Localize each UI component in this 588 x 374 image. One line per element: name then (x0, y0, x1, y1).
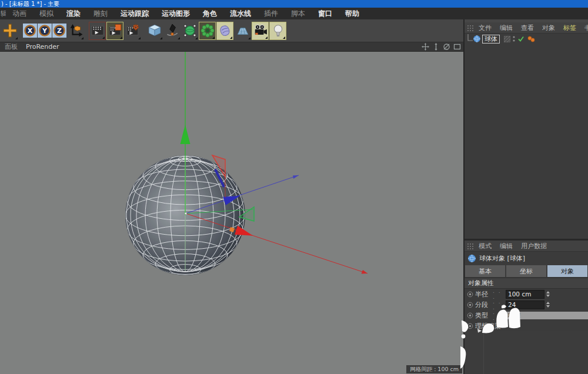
tab-object[interactable]: 对象 (547, 265, 587, 277)
title-bar: ) - [未标题 1 *] - 主要 (0, 0, 588, 8)
add-cube-button[interactable] (146, 22, 163, 40)
subdivision-surface-button[interactable] (181, 22, 198, 40)
tab-coord[interactable]: 坐标 (506, 265, 546, 277)
scene-canvas (0, 52, 463, 374)
render-view-icon (91, 24, 104, 37)
menu-render[interactable]: 渲染 (60, 9, 87, 19)
toolbar-separator (19, 22, 23, 40)
menu-window[interactable]: 窗口 (312, 9, 339, 19)
flyout-corner (81, 37, 83, 39)
zoom-icon[interactable] (432, 43, 440, 51)
render-perfect-row: 理想渲染 (465, 320, 588, 331)
radius-spinner[interactable] (545, 290, 551, 299)
type-dropdown[interactable]: 标准 (506, 312, 588, 319)
am-menu-edit[interactable]: 编辑 (496, 242, 517, 251)
om-menu-edit[interactable]: 编辑 (496, 24, 517, 32)
menu-help[interactable]: 帮助 (339, 9, 366, 19)
om-menu-objects[interactable]: 对象 (538, 24, 559, 32)
menu-animate[interactable]: 动画 (6, 9, 33, 19)
floor-environment-button[interactable] (234, 22, 251, 40)
render-view-button[interactable] (89, 22, 106, 40)
object-manager-body[interactable] (465, 44, 588, 239)
panel-drag-handle-icon[interactable] (467, 243, 473, 249)
render-picture-viewer-button[interactable] (106, 22, 123, 40)
menu-character[interactable]: 角色 (196, 9, 223, 19)
attribute-title: 球体对象 [球体] (479, 254, 525, 263)
object-name-label[interactable]: 球体 (482, 35, 500, 44)
toolbar-separator (142, 22, 146, 40)
flyout-corner (178, 37, 180, 39)
render-picture-viewer-icon (109, 24, 122, 37)
svg-text:X: X (28, 27, 33, 35)
radius-label: 半径 (475, 290, 493, 299)
flyout-corner (160, 37, 162, 39)
edit-render-settings-button[interactable] (124, 22, 141, 40)
pen-spline-button[interactable] (163, 22, 181, 40)
lock-x-axis-button[interactable]: X (23, 24, 37, 38)
lock-z-icon: Z (53, 24, 66, 37)
menu-motion-track[interactable]: 运动跟踪 (114, 9, 155, 19)
flyout-corner (102, 36, 105, 39)
deformer-button[interactable] (216, 22, 233, 40)
om-menu-file[interactable]: 文件 (475, 24, 496, 32)
viewport-nav-icons (422, 43, 461, 51)
attribute-tabs: 基本 坐标 对象 (465, 265, 588, 278)
keyframe-dot-icon[interactable] (467, 291, 473, 298)
flyout-corner (230, 36, 232, 39)
viewport-menu-panel[interactable]: 面板 (5, 42, 18, 51)
rotate-icon[interactable] (443, 43, 450, 51)
om-menu-view[interactable]: 查看 (517, 24, 538, 32)
lock-z-axis-button[interactable]: Z (52, 24, 66, 38)
am-menu-userdata[interactable]: 用户数据 (517, 242, 551, 251)
keyframe-dot-icon[interactable] (467, 323, 473, 329)
mograph-cloner-button[interactable] (199, 22, 216, 40)
light-button[interactable] (269, 22, 286, 40)
light-bulb-icon (271, 24, 285, 38)
menu-sculpt[interactable]: 雕刻 (87, 9, 114, 19)
floor-grid-icon (236, 24, 250, 38)
edit-render-settings-icon (126, 24, 139, 37)
camera-button[interactable] (252, 22, 269, 40)
am-menu-mode[interactable]: 模式 (475, 242, 496, 251)
keyframe-dot-icon[interactable] (467, 312, 473, 319)
subdivision-surface-icon (183, 24, 197, 38)
y-axis-arrow (181, 125, 191, 144)
flyout-corner (248, 37, 250, 39)
tab-basic[interactable]: 基本 (465, 265, 505, 277)
phong-tag-icon[interactable] (527, 35, 536, 43)
menu-mograph[interactable]: 运动图形 (155, 9, 196, 19)
layer-icon[interactable] (504, 36, 510, 42)
menu-pipeline[interactable]: 流水线 (223, 9, 258, 19)
move-tool-icon (3, 24, 17, 38)
right-panel-column: 文件 编辑 查看 对象 标签 书签 球体 (463, 19, 588, 374)
main-menu-bar: 辑 动画 模拟 渲染 雕刻 运动跟踪 运动图形 角色 流水线 插件 脚本 窗口 … (0, 8, 588, 19)
pan-icon[interactable] (422, 43, 429, 51)
visibility-dots-icon[interactable] (512, 35, 516, 42)
om-menu-bookmarks[interactable]: 书签 (580, 24, 588, 32)
attribute-title-row: 球体对象 [球体] (465, 252, 588, 265)
window-title: ) - [未标题 1 *] - 主要 (1, 1, 59, 7)
coordinate-system-icon (69, 24, 83, 38)
viewport-menu-prorender[interactable]: ProRender (26, 43, 59, 51)
move-tool-button[interactable] (1, 22, 18, 40)
clipped-menu-item[interactable]: 辑 (1, 9, 6, 19)
enable-check-icon[interactable] (517, 35, 524, 42)
keyframe-dot-icon[interactable] (467, 302, 473, 308)
menu-simulate[interactable]: 模拟 (33, 9, 60, 19)
pen-spline-icon (165, 24, 179, 38)
om-menu-tags[interactable]: 标签 (559, 24, 580, 32)
maximize-icon[interactable] (453, 43, 461, 51)
lock-y-axis-button[interactable]: Y (38, 24, 52, 38)
radius-input[interactable]: 100 cm (506, 290, 544, 299)
segments-input[interactable]: 24 (506, 300, 544, 309)
viewport-3d[interactable]: 网格间距 : 100 cm (0, 52, 463, 374)
panel-drag-handle-icon[interactable] (467, 25, 473, 31)
coordinate-system-button[interactable] (67, 22, 84, 40)
sphere-object-icon (473, 35, 481, 43)
lock-x-icon: X (24, 24, 36, 37)
segments-spinner[interactable] (545, 300, 551, 309)
menu-script[interactable]: 脚本 (285, 9, 312, 19)
sphere-object-icon (467, 254, 476, 263)
menu-plugins[interactable]: 插件 (258, 9, 285, 19)
object-row-sphere[interactable]: 球体 (465, 34, 588, 44)
